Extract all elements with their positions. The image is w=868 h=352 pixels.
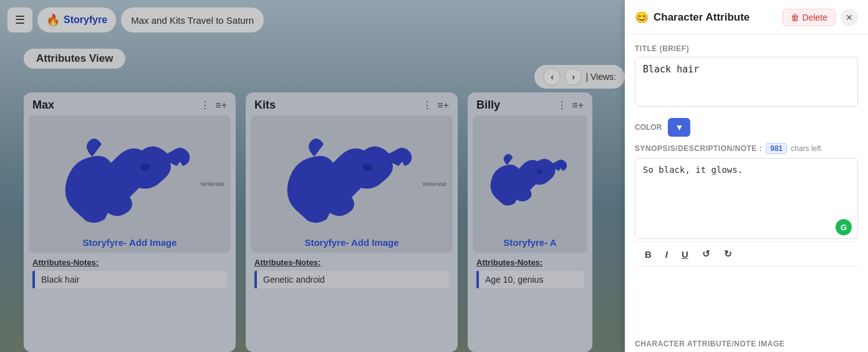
views-nav: ‹ › | Views: xyxy=(534,65,625,89)
project-title-button[interactable]: Max and Kits Travel to Saturn xyxy=(121,7,264,32)
card-kits-actions: ⋮ ≡+ xyxy=(422,99,449,111)
card-billy-menu-button[interactable]: ⋮ xyxy=(557,99,567,111)
synopsis-textarea[interactable]: So black, it glows. xyxy=(635,158,858,239)
svg-point-2 xyxy=(536,169,542,174)
character-icon: 😊 xyxy=(635,11,649,24)
card-kits-attribute-text: Genetic android xyxy=(257,271,449,288)
card-max: Max ⋮ ≡+ Storyfyre- Add Image Writerstat… xyxy=(24,92,236,352)
chars-left-text: chars left xyxy=(791,144,821,153)
writerstat-label-kits: Writerstat xyxy=(423,181,446,187)
card-kits-add-image-label[interactable]: Storyfyre- Add Image xyxy=(251,235,453,253)
card-billy-image: Storyfyre- A xyxy=(473,115,587,253)
italic-button[interactable]: I xyxy=(663,248,670,261)
card-billy-title: Billy xyxy=(476,99,500,112)
grammarly-badge: G xyxy=(836,219,852,235)
card-billy-attribute-text: Age 10, genius xyxy=(479,271,584,288)
close-icon: ✕ xyxy=(846,12,853,22)
chars-left-badge: 981 xyxy=(766,143,787,154)
delete-label: Delete xyxy=(803,12,827,22)
card-billy-footer: Attributes-Notes: Age 10, genius xyxy=(468,253,592,295)
card-kits-menu-button[interactable]: ⋮ xyxy=(422,99,432,111)
card-max-add-button[interactable]: ≡+ xyxy=(215,99,227,111)
views-text: | Views: xyxy=(586,72,616,82)
card-kits-attribute-bar: Genetic android xyxy=(254,271,449,288)
card-billy-add-image-label[interactable]: Storyfyre- A xyxy=(473,235,587,253)
underline-button[interactable]: U xyxy=(679,248,691,261)
flame-icon: 🔥 xyxy=(46,13,60,27)
color-row: COLOR ▼ xyxy=(635,118,858,137)
redo-button[interactable]: ↻ xyxy=(721,247,735,261)
color-label: COLOR xyxy=(635,123,662,132)
delete-button[interactable]: 🗑 Delete xyxy=(783,9,836,26)
card-billy: Billy ⋮ ≡+ Storyfyre- A Attributes-Notes… xyxy=(468,92,592,352)
card-billy-header: Billy ⋮ ≡+ xyxy=(468,92,592,115)
card-max-header: Max ⋮ ≡+ xyxy=(24,92,236,115)
synopsis-label-row: SYNOPSIS/DESCRIPTION/NOTE : 981 chars le… xyxy=(635,143,858,154)
card-max-attribute-text: Black hair xyxy=(35,271,227,288)
brand-button[interactable]: 🔥 Storyfyre xyxy=(37,7,116,32)
prev-arrow-icon: ‹ xyxy=(551,72,554,82)
card-kits-image: Storyfyre- Add Image Writerstat xyxy=(251,115,453,253)
next-arrow-icon: › xyxy=(572,72,575,82)
synopsis-label: SYNOPSIS/DESCRIPTION/NOTE : xyxy=(635,144,762,153)
prev-view-button[interactable]: ‹ xyxy=(543,68,561,86)
svg-point-0 xyxy=(140,164,150,171)
svg-point-1 xyxy=(362,164,372,171)
close-panel-button[interactable]: ✕ xyxy=(841,9,858,26)
menu-icon: ☰ xyxy=(15,13,25,27)
title-field-label: TITLE (brief) xyxy=(635,44,858,53)
card-max-image: Storyfyre- Add Image Writerstat xyxy=(29,115,231,253)
project-title-label: Max and Kits Travel to Saturn xyxy=(131,15,254,26)
card-kits-add-button[interactable]: ≡+ xyxy=(437,99,449,111)
card-billy-add-button[interactable]: ≡+ xyxy=(572,99,584,111)
card-billy-actions: ⋮ ≡+ xyxy=(557,99,584,111)
card-max-footer: Attributes-Notes: Black hair xyxy=(24,253,236,295)
grammarly-icon: G xyxy=(841,223,847,232)
card-billy-attribute-bar: Age 10, genius xyxy=(476,271,584,288)
next-view-button[interactable]: › xyxy=(564,68,582,86)
panel-header: 😊 Character Attribute 🗑 Delete ✕ xyxy=(625,0,868,34)
trash-icon: 🗑 xyxy=(791,12,799,22)
card-kits-footer: Attributes-Notes: Genetic android xyxy=(246,253,458,295)
synopsis-wrapper: So black, it glows. G xyxy=(635,158,858,242)
panel-title: Character Attribute xyxy=(653,11,778,24)
brand-label: Storyfyre xyxy=(64,14,107,26)
title-input[interactable]: Black hair xyxy=(635,57,858,107)
card-billy-footer-title: Attributes-Notes: xyxy=(476,258,584,267)
chevron-down-icon: ▼ xyxy=(675,122,683,132)
card-max-footer-title: Attributes-Notes: xyxy=(32,258,227,267)
card-kits: Kits ⋮ ≡+ Storyfyre- Add Image Writersta… xyxy=(246,92,458,352)
undo-button[interactable]: ↺ xyxy=(700,247,713,261)
card-kits-footer-title: Attributes-Notes: xyxy=(254,258,449,267)
card-kits-title: Kits xyxy=(254,99,276,112)
panel-body: TITLE (brief) Black hair COLOR ▼ SYNOPSI… xyxy=(625,34,868,333)
bold-button[interactable]: B xyxy=(642,248,654,261)
text-toolbar: B I U ↺ ↻ xyxy=(635,242,858,266)
card-max-menu-button[interactable]: ⋮ xyxy=(200,99,210,111)
attributes-view-label: Attributes View xyxy=(24,49,125,69)
menu-button[interactable]: ☰ xyxy=(7,7,32,32)
color-dropdown-button[interactable]: ▼ xyxy=(668,118,690,137)
card-max-attribute-bar: Black hair xyxy=(32,271,227,288)
character-attribute-panel: 😊 Character Attribute 🗑 Delete ✕ TITLE (… xyxy=(625,0,868,352)
bottom-section-label: CHARACTER ATTRIBUTE/NOTE IMAGE xyxy=(625,333,868,352)
card-max-add-image-label[interactable]: Storyfyre- Add Image xyxy=(29,235,231,253)
card-kits-header: Kits ⋮ ≡+ xyxy=(246,92,458,115)
writerstat-label-max: Writerstat xyxy=(201,181,224,187)
card-max-actions: ⋮ ≡+ xyxy=(200,99,227,111)
cards-container: Max ⋮ ≡+ Storyfyre- Add Image Writerstat… xyxy=(24,92,619,352)
card-max-title: Max xyxy=(32,99,54,112)
